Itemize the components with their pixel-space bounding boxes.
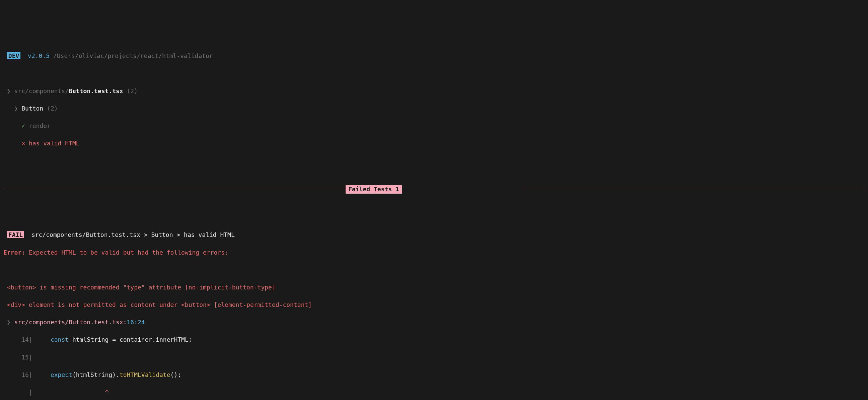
- header-line: DEV v2.0.5 /Users/oliviac/projects/react…: [3, 52, 865, 60]
- error-msg: Expected HTML to be valid but had the fo…: [29, 249, 228, 256]
- cross-icon: ×: [22, 140, 25, 147]
- error-detail: <div> element is not permitted as conten…: [3, 301, 865, 309]
- line-num: 15: [22, 354, 29, 361]
- line-num: 14: [22, 336, 29, 343]
- fail-badge: FAIL: [7, 231, 24, 238]
- suite-line: ❯ Button (2): [3, 104, 865, 113]
- chevron-icon: ❯: [7, 87, 11, 94]
- line-num: 16: [22, 371, 29, 378]
- terminal-output: DEV v2.0.5 /Users/oliviac/projects/react…: [3, 43, 865, 400]
- caret-icon: ^: [36, 389, 109, 396]
- code-token: (htmlString).: [72, 371, 120, 378]
- check-icon: ✓: [22, 122, 25, 129]
- code-token: toHTMLValidate: [120, 371, 170, 378]
- suite-count: (2): [47, 105, 58, 112]
- code-line: 16| expect(htmlString).toHTMLValidate();: [3, 371, 865, 379]
- error-detail: <button> is missing recommended "type" a…: [3, 283, 865, 292]
- code-token: expect: [36, 371, 72, 378]
- file-prefix: src/components/: [14, 87, 69, 94]
- location-file: src/components/Button.test.tsx:: [14, 318, 127, 326]
- chevron-icon: ❯: [7, 318, 11, 326]
- code-token: ();: [170, 371, 182, 378]
- code-line: 14| const htmlString = container.innerHT…: [3, 335, 865, 344]
- test-fail-line: × has valid HTML: [3, 139, 865, 148]
- file-line: ❯ src/components/Button.test.tsx (2): [3, 87, 865, 95]
- blank-line: [3, 157, 865, 165]
- code-line: 15|: [3, 353, 865, 362]
- blank-line: [3, 69, 865, 78]
- test-pass-name: render: [29, 122, 51, 129]
- blank-line: [3, 204, 865, 213]
- fail-path: src/components/Button.test.tsx > Button …: [31, 231, 235, 238]
- chevron-icon: ❯: [14, 105, 18, 112]
- test-pass-line: ✓ render: [3, 122, 865, 130]
- file-count: (2): [127, 87, 138, 94]
- failed-tests-divider: Failed Tests 1: [3, 185, 865, 194]
- cwd-text: /Users/oliviac/projects/react/html-valid…: [53, 52, 213, 59]
- test-fail-name: has valid HTML: [29, 140, 80, 147]
- failed-tests-label: Failed Tests 1: [346, 185, 402, 194]
- fail-header-line: FAIL src/components/Button.test.tsx > Bu…: [3, 230, 865, 239]
- mode-badge: DEV: [7, 52, 21, 59]
- error-label: Error:: [3, 249, 25, 256]
- code-caret-line: | ^: [3, 388, 865, 397]
- error-line: Error: Expected HTML to be valid but had…: [3, 248, 865, 257]
- blank-line: [3, 266, 865, 274]
- code-token: const: [36, 336, 69, 343]
- suite-name: Button: [22, 105, 43, 112]
- code-token: htmlString = container.innerHTML;: [69, 336, 192, 343]
- version-text: v2.0.5: [28, 52, 50, 59]
- file-name: Button.test.tsx: [69, 87, 123, 94]
- location-pos: 16:24: [127, 318, 145, 326]
- location-line: ❯ src/components/Button.test.tsx:16:24: [3, 318, 865, 327]
